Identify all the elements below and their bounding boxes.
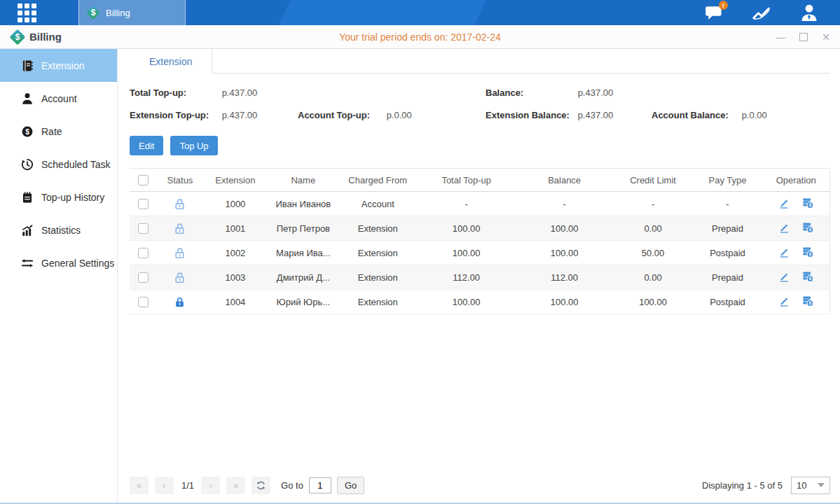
maximize-icon[interactable] <box>799 33 808 41</box>
statistics-icon[interactable] <box>752 4 771 22</box>
tab-extension[interactable]: Extension <box>130 49 212 74</box>
next-page-button[interactable]: › <box>201 477 220 494</box>
page-size-select[interactable]: 10 <box>791 477 830 494</box>
system-topbar: $ Billing ! <box>0 0 840 25</box>
table-row[interactable]: 1004 Юрий Юрь... Extension 100.00 100.00… <box>130 290 830 314</box>
first-page-button[interactable]: « <box>130 477 149 494</box>
sidebar-item-label: General Settings <box>41 258 114 269</box>
edit-pencil-icon[interactable] <box>778 197 790 211</box>
extension-balance-stat: Extension Balance: p.437.00 <box>486 110 652 120</box>
user-icon[interactable] <box>799 4 819 22</box>
row-checkbox[interactable] <box>138 199 149 209</box>
cell-credit-limit: 0.00 <box>614 265 693 290</box>
person-icon <box>21 92 34 105</box>
sidebar-item-label: Statistics <box>41 225 81 236</box>
col-operation: Operation <box>762 169 829 192</box>
account-top-up-stat: Account Top-up: p.0.00 <box>298 110 486 120</box>
table-row[interactable]: 1001 Петр Петров Extension 100.00 100.00… <box>130 216 830 241</box>
select-all-checkbox[interactable] <box>138 175 149 186</box>
messages-icon[interactable]: ! <box>704 4 724 22</box>
row-checkbox[interactable] <box>138 297 149 307</box>
top-up-button[interactable]: Top Up <box>170 136 217 155</box>
refresh-icon[interactable] <box>252 477 270 494</box>
sidebar-item-label: Scheduled Task <box>41 159 111 170</box>
page-indicator: 1/1 <box>181 480 194 491</box>
stat-label: Balance: <box>486 88 575 98</box>
sidebar-item-label: Extension <box>41 60 84 71</box>
go-to-page-input[interactable] <box>309 477 331 493</box>
row-checkbox[interactable] <box>138 248 149 258</box>
cell-charged-from: Extension <box>338 241 418 265</box>
edit-pencil-icon[interactable] <box>778 271 790 284</box>
cell-extension: 1004 <box>202 290 268 314</box>
cell-extension: 1000 <box>202 192 268 216</box>
topup-coins-icon[interactable] <box>802 222 813 235</box>
table-row[interactable]: 1000 Иван Иванов Account - - - - <box>130 192 830 216</box>
cell-name: Дмитрий Д... <box>268 265 338 290</box>
history-clock-icon <box>21 158 34 171</box>
go-button[interactable]: Go <box>337 477 364 494</box>
sidebar-item-topup-history[interactable]: Top-up History <box>0 181 117 214</box>
sidebar-item-label: Rate <box>41 126 62 137</box>
cell-pay-type: Prepaid <box>693 265 763 290</box>
table-row[interactable]: 1002 Мария Ива... Extension 100.00 100.0… <box>130 241 830 265</box>
edit-pencil-icon[interactable] <box>778 246 790 260</box>
cell-name: Иван Иванов <box>268 192 338 216</box>
table-row[interactable]: 1003 Дмитрий Д... Extension 112.00 112.0… <box>130 265 830 290</box>
topup-coins-icon[interactable] <box>802 246 813 260</box>
cell-credit-limit: 50.00 <box>614 241 693 265</box>
stat-label: Account Top-up: <box>298 110 384 120</box>
ledger-icon <box>21 191 34 204</box>
display-info: Displaying 1 - 5 of 5 <box>702 480 783 491</box>
cell-pay-type: Prepaid <box>693 216 763 241</box>
cell-name: Петр Петров <box>268 216 338 241</box>
stat-label: Extension Top-up: <box>130 110 219 120</box>
stat-label: Account Balance: <box>652 110 739 120</box>
cell-balance: 100.00 <box>516 216 614 241</box>
chevron-down-icon <box>818 483 825 487</box>
cell-credit-limit: - <box>614 192 693 216</box>
sliders-icon <box>21 257 34 270</box>
row-checkbox[interactable] <box>138 272 149 283</box>
close-icon[interactable]: ✕ <box>822 32 830 42</box>
prev-page-button[interactable]: ‹ <box>155 477 174 494</box>
tab-strip: Extension <box>130 49 830 74</box>
edit-pencil-icon[interactable] <box>778 295 790 309</box>
address-book-icon <box>21 59 34 72</box>
stat-value: p.437.00 <box>222 110 258 120</box>
minimize-icon[interactable]: — <box>776 32 785 42</box>
status-lock-icon <box>174 222 186 232</box>
cell-total-top-up: - <box>418 192 516 216</box>
stat-label: Extension Balance: <box>486 110 575 120</box>
sidebar-item-scheduled-task[interactable]: Scheduled Task <box>0 148 117 181</box>
edit-button[interactable]: Edit <box>130 136 163 155</box>
cell-extension: 1003 <box>202 265 268 290</box>
row-checkbox[interactable] <box>138 223 149 234</box>
chart-growth-icon <box>21 224 34 237</box>
last-page-button[interactable]: » <box>226 477 245 494</box>
topup-coins-icon[interactable] <box>802 295 813 309</box>
taskbar-tab-billing[interactable]: $ Billing <box>78 0 186 25</box>
sidebar-item-rate[interactable]: $ Rate <box>0 115 117 148</box>
stat-value: p.0.00 <box>742 110 767 120</box>
col-charged-from: Charged From <box>338 169 418 192</box>
col-credit-limit: Credit Limit <box>614 169 693 192</box>
trial-notice: Your trial period ends on: 2017-02-24 <box>0 31 840 43</box>
col-name: Name <box>268 169 338 192</box>
sidebar-item-general-settings[interactable]: General Settings <box>0 246 117 279</box>
sidebar-item-account[interactable]: Account <box>0 82 117 115</box>
stat-value: p.437.00 <box>222 88 258 98</box>
sidebar-item-label: Account <box>41 93 77 104</box>
sidebar-item-statistics[interactable]: Statistics <box>0 214 117 246</box>
page-size-value: 10 <box>797 480 806 491</box>
edit-pencil-icon[interactable] <box>778 222 790 235</box>
topup-coins-icon[interactable] <box>802 271 813 284</box>
svg-text:$: $ <box>25 127 29 135</box>
cell-charged-from: Extension <box>338 290 418 314</box>
cell-balance: 112.00 <box>516 265 614 290</box>
topup-coins-icon[interactable] <box>802 197 813 211</box>
extensions-table: Status Extension Name Charged From Total… <box>130 168 830 314</box>
sidebar-item-extension[interactable]: Extension <box>0 49 117 82</box>
cell-balance: 100.00 <box>516 290 614 314</box>
apps-grid-icon[interactable] <box>0 0 53 25</box>
